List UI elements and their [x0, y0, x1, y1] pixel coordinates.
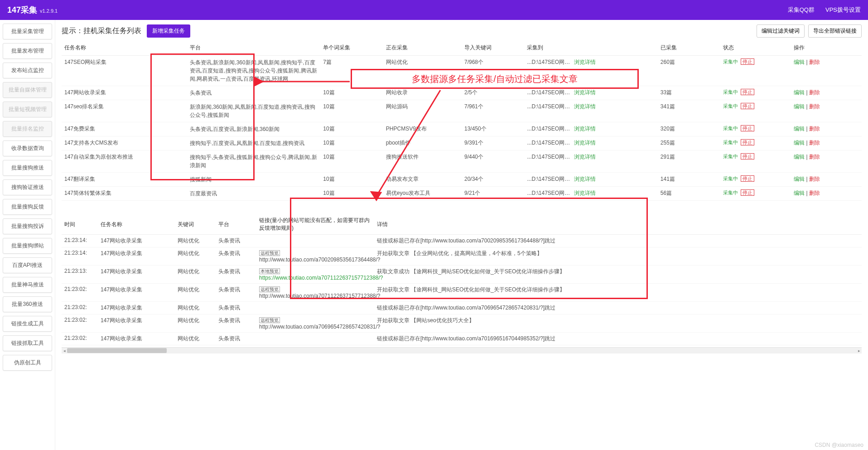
task-cell-collected: 56篇: [658, 187, 721, 201]
task-cell-name: 147免费采集: [62, 122, 187, 136]
log-cell-platform: 头条资讯: [216, 266, 256, 284]
scroll-thumb[interactable]: [67, 348, 167, 353]
delete-link[interactable]: 删除: [809, 190, 820, 196]
edit-link[interactable]: 编辑: [794, 140, 805, 146]
stop-button[interactable]: 停止: [741, 189, 754, 196]
sidebar-item-2[interactable]: 发布站点监控: [3, 63, 52, 78]
browse-link[interactable]: 浏览详情: [574, 190, 596, 196]
browse-link[interactable]: 浏览详情: [574, 176, 596, 182]
task-row[interactable]: 147自动采集为原创发布推送搜狗知乎,头条资讯,搜狐新闻,搜狗公众号,腾讯新闻,…: [62, 150, 862, 173]
sidebar-item-14[interactable]: 批量360推送: [3, 296, 52, 312]
browse-link[interactable]: 浏览详情: [574, 103, 596, 110]
task-cell-status: 采集中 停止: [720, 150, 791, 173]
sidebar-item-1[interactable]: 批量发布管理: [3, 43, 52, 59]
task-cell-collected: 291篇: [658, 150, 721, 173]
task-cell-collecting: pboot插件: [383, 136, 462, 150]
remote-preview-tag[interactable]: 远程预览: [259, 286, 280, 292]
sidebar-item-15[interactable]: 链接生成工具: [3, 316, 52, 332]
task-cell-status: 采集中 停止: [720, 56, 791, 86]
task-cell-name: 147支持各大CMS发布: [62, 136, 187, 150]
log-cell-task: 147网站收录采集: [98, 333, 175, 345]
log-url[interactable]: http://www.toutiao.com/a7069654728657420…: [259, 324, 381, 330]
delete-link[interactable]: 删除: [809, 154, 820, 160]
edit-link[interactable]: 编辑: [794, 190, 805, 196]
edit-link[interactable]: 编辑: [794, 103, 805, 110]
browse-link[interactable]: 浏览详情: [574, 140, 596, 146]
browse-link[interactable]: 浏览详情: [574, 59, 596, 65]
edit-link[interactable]: 编辑: [794, 126, 805, 132]
sidebar-item-7[interactable]: 批量搜狗推送: [3, 160, 52, 176]
edit-link[interactable]: 编辑: [794, 154, 805, 160]
log-cell-time: 21:23:13:: [62, 266, 98, 284]
log-cell-task: 147网站收录采集: [98, 266, 175, 284]
log-row: 21:23:13:147网站收录采集网站优化头条资讯本地预览https://ww…: [62, 266, 862, 284]
log-cell-platform: 头条资讯: [216, 284, 256, 302]
edit-link[interactable]: 编辑: [794, 176, 805, 182]
sidebar-item-11[interactable]: 批量搜狗绑站: [3, 238, 52, 254]
edit-link[interactable]: 编辑: [794, 59, 805, 65]
stop-button[interactable]: 停止: [741, 125, 754, 131]
horizontal-scrollbar[interactable]: ◂ ▸: [62, 347, 862, 353]
task-row[interactable]: 147翻译采集搜狐新闻10篇动易发布文章20/34个...D:\147SEO网站…: [62, 173, 862, 187]
log-cell-time: 21:23:02:: [62, 284, 98, 302]
edit-link[interactable]: 编辑: [794, 89, 805, 96]
task-row[interactable]: 147seo排名采集新浪新闻,360新闻,凤凰新闻,百度知道,搜狗资讯,搜狗公众…: [62, 100, 862, 122]
task-row[interactable]: 147网站收录采集头条资讯10篇网站收录2/5个...D:\147SEO网站采 …: [62, 86, 862, 100]
log-col-time: 时间: [62, 214, 98, 235]
log-url[interactable]: http://www.toutiao.com/a7071122637157712…: [259, 293, 381, 299]
stop-button[interactable]: 停止: [741, 153, 754, 160]
sidebar-item-9[interactable]: 批量搜狗反馈: [3, 199, 52, 215]
export-errors-button[interactable]: 导出全部错误链接: [808, 24, 862, 38]
scroll-left-icon[interactable]: ◂: [62, 348, 67, 354]
new-task-button[interactable]: 新增采集任务: [147, 24, 190, 38]
delete-link[interactable]: 删除: [809, 103, 820, 110]
log-url[interactable]: https://www.toutiao.com/a707112263715771…: [259, 275, 383, 281]
task-col-collecting: 正在采集: [383, 40, 462, 56]
task-cell-collected: 260篇: [658, 56, 721, 86]
sidebar-item-12[interactable]: 百度API推送: [3, 257, 52, 273]
stop-button[interactable]: 停止: [741, 175, 754, 182]
delete-link[interactable]: 删除: [809, 126, 820, 132]
browse-link[interactable]: 浏览详情: [574, 89, 596, 96]
sidebar-item-16[interactable]: 链接抓取工具: [3, 335, 52, 351]
log-cell-detail: 链接或标题已存在[http://www.toutiao.com/a7069654…: [374, 302, 862, 315]
task-cell-single: 10篇: [320, 122, 383, 136]
delete-link[interactable]: 删除: [809, 89, 820, 96]
log-cell-time: 21:23:02:: [62, 315, 98, 333]
task-cell-platform: 搜狐新闻: [187, 173, 320, 187]
delete-link[interactable]: 删除: [809, 176, 820, 182]
sidebar-item-17[interactable]: 伪原创工具: [3, 355, 52, 371]
stop-button[interactable]: 停止: [741, 89, 754, 95]
log-cell-task: 147网站收录采集: [98, 302, 175, 315]
remote-preview-tag[interactable]: 远程预览: [259, 317, 280, 323]
local-preview-tag[interactable]: 本地预览: [259, 268, 280, 274]
log-cell-link: 远程预览http://www.toutiao.com/a700209853561…: [256, 247, 374, 266]
sidebar-item-8[interactable]: 搜狗验证推送: [3, 179, 52, 195]
task-table: 任务名称平台单个词采集正在采集导入关键词采集到已采集状态操作 147SEO网站采…: [62, 40, 862, 201]
delete-link[interactable]: 删除: [809, 140, 820, 146]
task-cell-collecting: 搜狗推送软件: [383, 150, 462, 173]
sidebar-item-0[interactable]: 批量采集管理: [3, 24, 52, 39]
log-cell-detail: 链接或标题已存在[http://www.toutiao.com/a7002098…: [374, 235, 862, 247]
task-row[interactable]: 147免费采集头条资讯,百度资讯,新浪新闻,360新闻10篇PHPCMSV9发布…: [62, 122, 862, 136]
stop-button[interactable]: 停止: [741, 139, 754, 145]
header-link-qq[interactable]: 采集QQ群: [788, 6, 815, 14]
log-url[interactable]: http://www.toutiao.com/a7002098535617364…: [259, 256, 381, 263]
task-row[interactable]: 147简体转繁体采集百度最资讯10篇易优eyou发布工具9/21个...D:\1…: [62, 187, 862, 201]
edit-filter-button[interactable]: 编辑过滤关键词: [757, 24, 805, 38]
stop-button[interactable]: 停止: [741, 58, 754, 65]
sidebar-item-13[interactable]: 批量神马推送: [3, 277, 52, 293]
task-col-single: 单个词采集: [320, 40, 383, 56]
browse-link[interactable]: 浏览详情: [574, 154, 596, 160]
task-cell-collected: 341篇: [658, 100, 721, 122]
header-link-vps[interactable]: VPS拨号设置: [825, 6, 861, 14]
task-cell-keywords: 13/450个: [462, 122, 525, 136]
scroll-right-icon[interactable]: ▸: [856, 348, 862, 354]
delete-link[interactable]: 删除: [809, 59, 820, 65]
sidebar-item-10[interactable]: 批量搜狗投诉: [3, 218, 52, 234]
browse-link[interactable]: 浏览详情: [574, 126, 596, 132]
remote-preview-tag[interactable]: 远程预览: [259, 250, 280, 256]
sidebar-item-6[interactable]: 收录数据查询: [3, 140, 52, 156]
stop-button[interactable]: 停止: [741, 103, 754, 109]
task-row[interactable]: 147支持各大CMS发布搜狗知乎,百度资讯,凤凰新闻,百度知道,搜狗资讯10篇p…: [62, 136, 862, 150]
